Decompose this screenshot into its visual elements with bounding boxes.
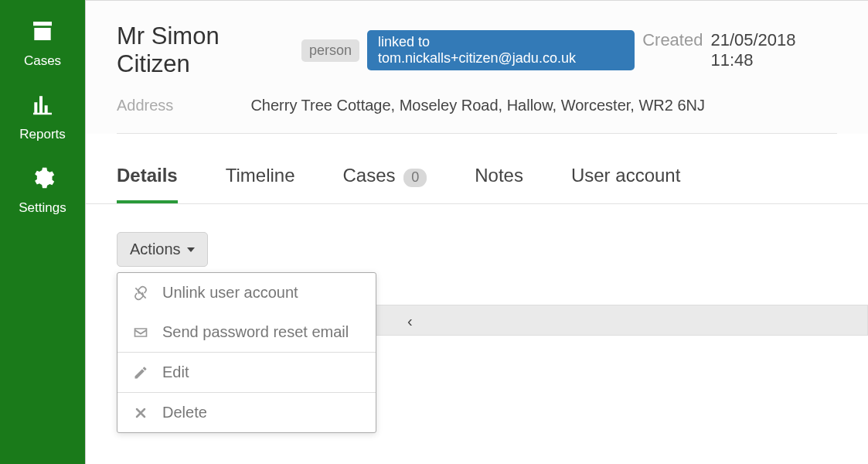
actions-button-label: Actions [130,241,181,258]
actions-dropdown: Unlink user account Send password reset … [117,272,376,433]
sidebar-item-reports[interactable]: Reports [0,83,85,156]
sidebar-item-label: Settings [19,200,66,216]
delete-icon [133,405,148,421]
created-info: Created 21/05/2018 11:48 [642,30,837,70]
sidebar-item-label: Reports [19,127,66,142]
action-delete[interactable]: Delete [117,393,376,432]
action-send-reset-email[interactable]: Send password reset email [117,312,376,352]
main-content: Mr Simon Citizen person linked to tom.ni… [85,0,868,464]
page-title: Mr Simon Citizen [117,22,294,78]
gear-icon [30,165,55,200]
header: Mr Simon Citizen person linked to tom.ni… [86,0,868,134]
envelope-icon [133,325,148,340]
tab-content: Actions ‹ Address Unlink user account Se… [86,204,868,267]
pencil-icon [133,365,148,380]
tab-label: Cases [343,165,396,186]
clipped-fragment: ‹ [407,312,413,330]
chart-icon [30,92,55,127]
tabs: Details Timeline Cases 0 Notes User acco… [86,134,868,204]
action-edit[interactable]: Edit [117,353,376,392]
archive-icon [30,19,55,53]
dropdown-item-label: Edit [162,363,189,381]
tab-user-account[interactable]: User account [571,165,680,203]
sidebar: Cases Reports Settings [0,0,85,464]
chevron-down-icon [187,247,195,252]
address-label: Address [117,97,173,114]
sidebar-item-label: Cases [24,53,61,69]
dropdown-item-label: Unlink user account [162,284,298,302]
created-value: 21/05/2018 11:48 [710,30,837,70]
dropdown-item-label: Delete [162,404,207,421]
created-label: Created [642,30,703,70]
action-unlink-user[interactable]: Unlink user account [117,273,376,312]
tab-notes[interactable]: Notes [475,165,523,203]
tab-details[interactable]: Details [117,165,178,203]
actions-button[interactable]: Actions [117,232,208,267]
type-badge: person [301,39,359,62]
tab-label: Timeline [226,165,295,186]
sidebar-item-cases[interactable]: Cases [0,9,85,83]
linked-badge[interactable]: linked to tom.nickalls+citizen@jadu.co.u… [367,30,635,70]
tab-timeline[interactable]: Timeline [226,165,295,203]
tab-count-badge: 0 [403,169,427,187]
unlink-icon [133,285,148,301]
address-value: Cherry Tree Cottage, Moseley Road, Hallo… [250,97,705,114]
dropdown-item-label: Send password reset email [162,323,349,341]
sidebar-item-settings[interactable]: Settings [0,156,85,230]
tab-label: Notes [475,165,523,186]
tab-label: Details [117,165,178,186]
tab-cases[interactable]: Cases 0 [343,165,427,203]
tab-label: User account [571,165,680,186]
